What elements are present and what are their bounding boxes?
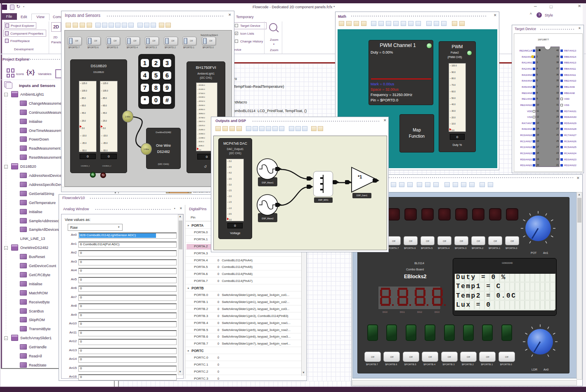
svg-text:*1: *1 xyxy=(358,174,362,179)
